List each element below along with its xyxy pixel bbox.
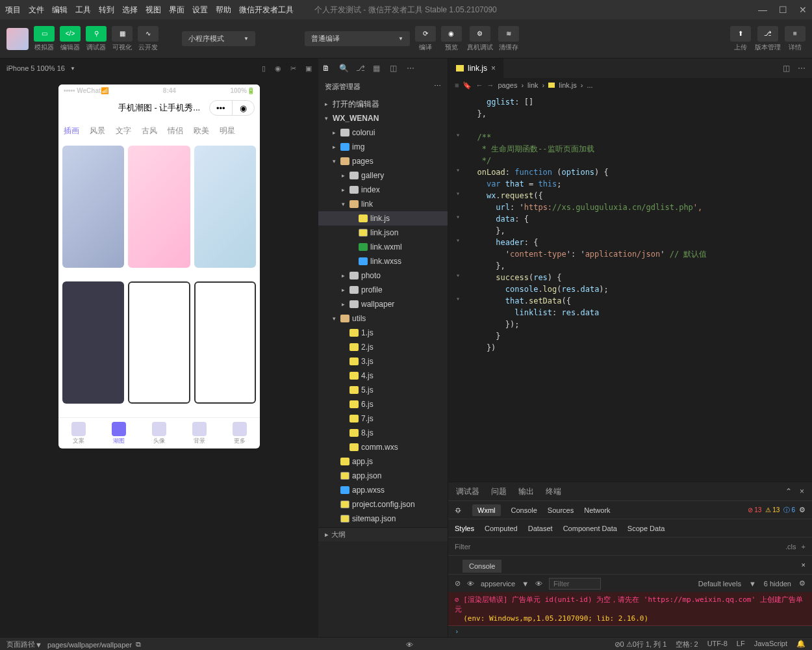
tree-folder[interactable]: ▾utils [318,311,448,326]
clear-cache-button[interactable]: ≋ [498,26,519,42]
code-editor[interactable]: ▾▾▾▾▾▾▾ gglist: [] }, /** * 生命周期函数--监听页面… [448,92,812,482]
devtools-tab[interactable]: 调试器 [456,486,479,497]
context-dropdown[interactable]: appservice [481,580,515,588]
tree-folder[interactable]: ▸index [318,183,448,197]
visual-button[interactable]: ▦ [112,26,133,42]
eol-label[interactable]: LF [737,640,745,649]
tree-file[interactable]: 1.js [318,326,448,340]
tree-file[interactable]: 4.js [318,369,448,383]
cut-icon[interactable]: ✂ [290,64,296,73]
device-icon[interactable]: ▯ [262,64,266,73]
cursor-position[interactable]: 行 1, 列 1 [637,640,666,649]
warn-badge[interactable]: ⚠13 [765,506,780,515]
menu-item[interactable]: 选择 [122,5,138,16]
wallpaper-thumb[interactable] [62,146,124,268]
compile-button[interactable]: ⟳ [415,26,436,42]
eye-icon[interactable]: 👁 [535,580,542,588]
error-badge[interactable]: ⊘13 [748,506,761,515]
tree-file[interactable]: app.js [318,454,448,469]
tree-file[interactable]: 3.js [318,354,448,369]
tree-file[interactable]: 8.js [318,426,448,440]
inspect-icon[interactable]: ⯐ [455,506,462,514]
tree-file[interactable]: 7.js [318,411,448,426]
category-tab[interactable]: 古风 [142,125,157,136]
menu-item[interactable]: 微信开发者工具 [239,5,294,16]
style-tab[interactable]: Dataset [528,525,553,532]
indent-label[interactable]: 空格: 2 [676,640,698,649]
tabbar-item[interactable]: 头像 [139,418,179,448]
tabbar-item[interactable]: 潮图 [99,418,139,448]
panel-tab[interactable]: Console [511,506,537,514]
upload-button[interactable]: ⬆ [730,26,751,42]
panel-tab[interactable]: Wxml [472,504,501,516]
console-prompt[interactable]: › [448,626,812,637]
more-icon[interactable]: ⋯ [407,64,416,73]
eye-icon[interactable]: 👁 [467,580,474,588]
menu-item[interactable]: 设置 [192,5,208,16]
breadcrumb[interactable]: ≡🔖←→ pages›link› link.js›... [448,78,812,92]
mode-dropdown[interactable]: 小程序模式▼ [182,31,255,46]
tree-file[interactable]: sitemap.json [318,512,448,526]
tree-file[interactable]: link.wxss [318,254,448,268]
more-icon[interactable]: ⋯ [798,64,806,73]
tree-file[interactable]: link.js [318,211,448,226]
tree-folder[interactable]: ▾pages [318,154,448,168]
bell-icon[interactable]: 🔔 [796,640,806,649]
maximize-icon[interactable]: ☐ [779,5,787,15]
tree-file[interactable]: comm.wxs [318,440,448,454]
simulator-button[interactable]: ▭ [34,26,55,42]
explorer-more-icon[interactable]: ⋯ [434,82,441,92]
tree-section[interactable]: ▸打开的编辑器 [318,97,448,111]
record-icon[interactable]: ◉ [275,64,281,73]
editor-button[interactable]: </> [60,26,81,42]
grid-icon[interactable]: ▦ [373,64,382,73]
tree-folder[interactable]: ▸photo [318,268,448,283]
category-tab[interactable]: 欧美 [194,125,209,136]
page-path-label[interactable]: 页面路径 [6,640,35,649]
files-icon[interactable]: 🗎 [322,64,331,73]
device-label[interactable]: iPhone 5 100% 16 [6,64,65,72]
ext-icon[interactable]: ◫ [390,64,399,73]
tree-folder[interactable]: ▸colorui [318,125,448,140]
gear-icon[interactable]: ⚙ [799,506,806,515]
levels-dropdown[interactable]: Default levels [698,580,741,588]
category-tab[interactable]: 情侣 [168,125,183,136]
debugger-button[interactable]: ⚲ [86,26,107,42]
outline-label[interactable]: 大纲 [331,530,346,540]
clear-icon[interactable]: ⊘ [455,579,461,588]
tree-file[interactable]: link.json [318,226,448,240]
encoding-label[interactable]: UTF-8 [707,640,728,649]
devtools-tab[interactable]: 问题 [491,486,507,497]
tree-folder[interactable]: ▸wallpaper [318,297,448,311]
tree-file[interactable]: project.config.json [318,497,448,512]
remote-debug-button[interactable]: ⚙ [470,26,490,42]
filter-input[interactable] [549,578,601,590]
capsule-menu-icon[interactable]: ••• [210,101,232,115]
tree-file[interactable]: 5.js [318,383,448,397]
close-icon[interactable]: ✕ [799,5,807,15]
tabbar-item[interactable]: 更多 [220,418,260,448]
tree-file[interactable]: link.wxml [318,240,448,254]
details-button[interactable]: ≡ [785,26,806,42]
tree-folder[interactable]: ▸profile [318,283,448,297]
wallpaper-thumb[interactable] [128,146,190,268]
avatar[interactable] [6,28,29,50]
wallpaper-thumb[interactable] [128,281,190,404]
cls-toggle[interactable]: .cls [785,543,796,551]
collapse-icon[interactable]: ⌃ [785,487,792,496]
console-tab[interactable]: Console [463,560,501,573]
filter-input[interactable]: Filter [455,543,470,551]
wallpaper-thumb[interactable] [194,146,256,268]
panel-tab[interactable]: Sources [548,506,574,514]
panel-tab[interactable]: Network [584,506,610,514]
branch-icon[interactable]: ⎇ [356,64,365,73]
menu-item[interactable]: 帮助 [216,5,231,16]
devtools-tab[interactable]: 输出 [518,486,534,497]
tabbar-item[interactable]: 文案 [58,418,99,448]
category-tab[interactable]: 风景 [90,125,105,136]
split-icon[interactable]: ◫ [783,64,790,73]
tree-project[interactable]: ▾WX_WENAN [318,111,448,125]
menu-item[interactable]: 项目 [5,5,21,16]
phone-simulator[interactable]: ••••• WeChat📶 8:44 100%🔋 手机潮图 - 让手机秀... … [58,84,260,448]
style-tab[interactable]: Styles [455,525,474,532]
